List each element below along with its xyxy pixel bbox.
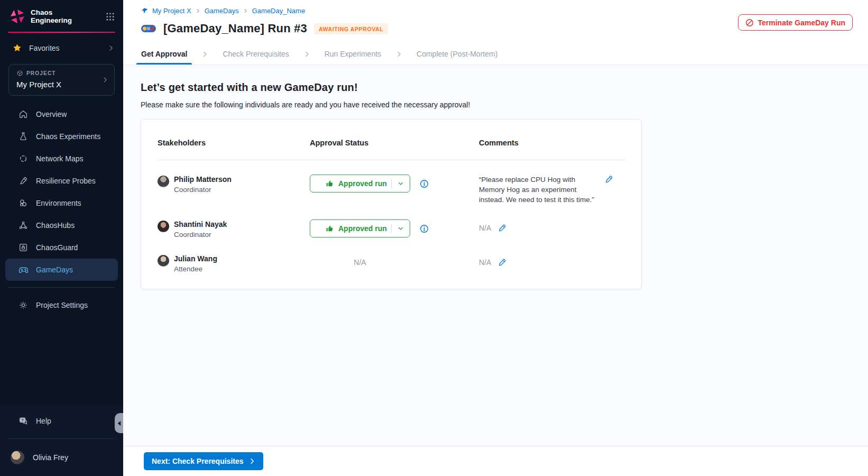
sidebar-item-label: ChaosGuard xyxy=(36,243,78,252)
comment-cell: “Please replace CPU Hog with Memory Hog … xyxy=(479,175,625,205)
step-check-prerequisites[interactable]: Check Prerequisites xyxy=(223,43,289,65)
project-selector[interactable]: PROJECT My Project X xyxy=(8,64,115,96)
terminate-gameday-button[interactable]: Terminate GameDay Run xyxy=(738,14,853,31)
approval-cell: Approved run xyxy=(310,175,479,193)
breadcrumb-module-icon xyxy=(141,7,149,15)
info-icon[interactable] xyxy=(420,224,429,233)
step-label: Check Prerequisites xyxy=(223,50,289,58)
stakeholder-name: Julian Wang xyxy=(174,254,217,263)
star-icon xyxy=(13,43,22,52)
avatar xyxy=(158,221,169,232)
help-chat-icon: ? xyxy=(18,416,29,426)
sidebar-item-label: Chaos Experiments xyxy=(36,132,100,141)
sidebar-item-label: ChaosHubs xyxy=(36,221,75,230)
sidebar-item-help[interactable]: ? Help xyxy=(5,410,118,432)
chaoshubs-icon xyxy=(18,221,29,230)
comment-text: N/A xyxy=(479,258,491,267)
page-title: [GameDay_Name] Run #3 xyxy=(163,22,307,35)
sidebar-item-label: Resilience Probes xyxy=(36,177,96,185)
step-run-experiments[interactable]: Run Experiments xyxy=(325,43,381,65)
avatar xyxy=(11,451,24,464)
table-row: Philip Matterson Coordinator Approved ru… xyxy=(158,175,625,205)
step-complete-post-mortem[interactable]: Complete (Post-Mortem) xyxy=(417,43,497,65)
sidebar-item-chaos-experiments[interactable]: Chaos Experiments xyxy=(5,125,118,148)
avatar xyxy=(158,255,169,267)
chaos-logo-icon xyxy=(10,8,25,24)
chevron-right-icon xyxy=(107,44,115,52)
table-row: Shantini Nayak Coordinator Approved run xyxy=(158,219,625,239)
edit-pencil-icon[interactable] xyxy=(605,175,613,184)
stepper: Get Approval Check Prerequisites Run Exp… xyxy=(123,43,868,65)
stakeholder-cell: Philip Matterson Coordinator xyxy=(158,175,310,194)
sidebar-item-chaosguard[interactable]: ChaosGuard xyxy=(5,236,118,259)
column-stakeholders: Stakeholders xyxy=(158,139,310,147)
step-label: Run Experiments xyxy=(325,50,381,58)
table-row: Julian Wang Attendee N/A N/A xyxy=(158,254,625,273)
gameday-gamepad-icon xyxy=(141,23,156,34)
terminate-label: Terminate GameDay Run xyxy=(758,19,845,27)
sidebar-item-label: Environments xyxy=(36,199,81,207)
thumbs-up-icon xyxy=(325,179,334,188)
sidebar-favorites[interactable]: Favorites xyxy=(0,33,123,58)
sidebar-item-environments[interactable]: Environments xyxy=(5,192,118,214)
module-grid-icon[interactable] xyxy=(106,12,115,21)
approval-status-dropdown[interactable]: Approved run xyxy=(310,219,410,237)
breadcrumb-separator-icon xyxy=(195,8,201,14)
chaosguard-lock-icon xyxy=(18,243,29,252)
project-name: My Project X xyxy=(16,80,108,89)
brand: Chaos Engineering xyxy=(0,0,123,32)
edit-pencil-icon[interactable] xyxy=(498,258,506,267)
column-comments: Comments xyxy=(479,139,625,147)
approval-status-dropdown[interactable]: Approved run xyxy=(310,175,410,193)
sidebar-item-chaoshubs[interactable]: ChaosHubs xyxy=(5,214,118,236)
ban-icon xyxy=(745,19,754,27)
page-footer: Next: Check Prerequisites xyxy=(123,446,868,476)
stakeholder-role: Coordinator xyxy=(174,231,227,239)
chevron-right-icon xyxy=(303,51,310,58)
sidebar-item-label: Network Maps xyxy=(36,154,83,163)
active-step-underline xyxy=(136,63,192,65)
comment-cell: N/A xyxy=(479,254,625,267)
breadcrumb-separator-icon xyxy=(243,8,248,14)
environments-icon xyxy=(18,198,29,208)
stakeholder-cell: Shantini Nayak Coordinator xyxy=(158,219,310,239)
probe-icon xyxy=(18,176,29,186)
nav-divider xyxy=(8,287,115,288)
chevron-right-icon xyxy=(201,51,208,58)
edit-pencil-icon[interactable] xyxy=(498,224,506,232)
step-get-approval[interactable]: Get Approval xyxy=(141,43,187,65)
table-header: Stakeholders Approval Status Comments xyxy=(158,139,625,147)
sidebar: Chaos Engineering Favorites xyxy=(0,0,123,476)
info-icon[interactable] xyxy=(420,179,429,188)
chevron-right-icon xyxy=(101,76,109,84)
flask-icon xyxy=(18,132,29,141)
chevron-down-icon xyxy=(392,225,410,232)
next-label: Next: Check Prerequisites xyxy=(152,457,244,465)
user-name: Olivia Frey xyxy=(33,453,68,462)
sidebar-item-resilience-probes[interactable]: Resilience Probes xyxy=(5,170,118,192)
next-check-prerequisites-button[interactable]: Next: Check Prerequisites xyxy=(144,452,263,470)
step-label: Complete (Post-Mortem) xyxy=(417,50,497,58)
content-heading: Let’s get started with a new GameDay run… xyxy=(123,65,868,94)
avatar xyxy=(158,176,169,187)
approval-cell: N/A xyxy=(310,254,479,267)
breadcrumb-link-project[interactable]: My Project X xyxy=(152,7,191,15)
sidebar-item-gamedays[interactable]: GameDays xyxy=(5,259,118,281)
table-header-divider xyxy=(158,160,625,160)
user-menu[interactable]: Olivia Frey xyxy=(0,445,123,471)
approval-status-value: Approved run xyxy=(338,224,391,233)
status-badge: AWAITING APPROVAL xyxy=(314,23,388,34)
breadcrumb-link-gamedays[interactable]: GameDays xyxy=(205,7,239,15)
sidebar-item-overview[interactable]: Overview xyxy=(5,103,118,125)
sidebar-item-project-settings[interactable]: Project Settings xyxy=(5,294,118,316)
sidebar-collapse-handle[interactable] xyxy=(115,413,123,433)
collapse-chevron-icon xyxy=(117,420,122,426)
favorites-label: Favorites xyxy=(29,44,107,52)
sidebar-item-label: GameDays xyxy=(36,266,73,274)
stakeholder-name: Shantini Nayak xyxy=(174,219,227,229)
sidebar-item-network-maps[interactable]: Network Maps xyxy=(5,148,118,170)
comment-text: “Please replace CPU Hog with Memory Hog … xyxy=(479,175,596,205)
approval-status-value: Approved run xyxy=(338,179,391,188)
breadcrumb-link-gameday-name[interactable]: GameDay_Name xyxy=(252,7,305,15)
svg-text:?: ? xyxy=(22,418,24,422)
